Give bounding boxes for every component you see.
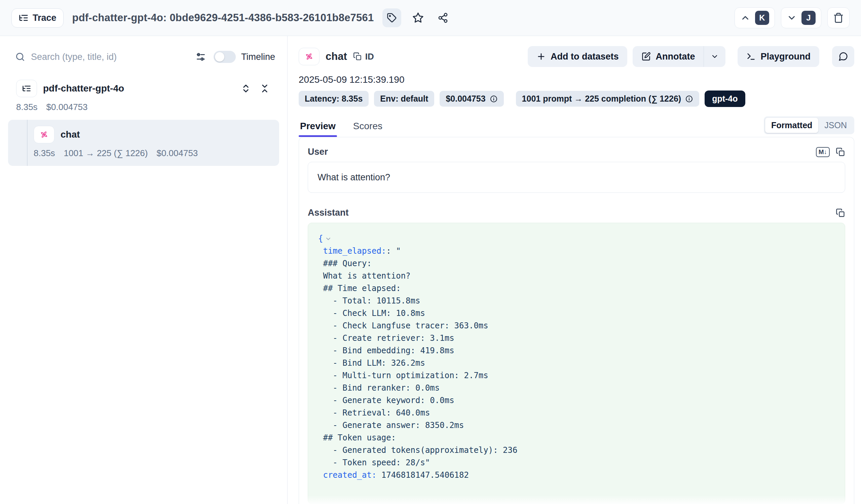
search-input[interactable] <box>31 52 190 62</box>
tag-icon <box>387 13 397 23</box>
assistant-section-header: Assistant <box>308 208 845 218</box>
collapse-json-icon[interactable] <box>325 235 332 242</box>
json-toggle-option[interactable]: JSON <box>818 118 853 133</box>
copy-icon <box>353 52 362 61</box>
copy-icon <box>836 208 845 218</box>
topbar: Trace pdf-chatter-gpt-4o: 0bde9629-4251-… <box>0 0 861 36</box>
detail-tabs: Preview Scores Formatted JSON <box>299 117 854 137</box>
code-line: - Bind embedding: 419.8ms <box>318 344 835 357</box>
timeline-toggle-label: Timeline <box>241 52 275 62</box>
code-line: ## Token usage: <box>318 432 835 444</box>
code-line: - Generate answer: 8350.2ms <box>318 419 835 432</box>
avatar: J <box>802 11 816 25</box>
env-badge: Env: default <box>374 91 434 107</box>
generation-icon <box>33 126 54 143</box>
code-line: - Create retriever: 3.1ms <box>318 332 835 344</box>
share-icon <box>438 12 448 23</box>
code-line: time_elapsed:: " <box>318 245 835 257</box>
user-section-label: User <box>308 147 328 157</box>
bookmark-star-button[interactable] <box>410 10 426 26</box>
plus-icon <box>536 52 546 61</box>
annotate-split-button: Annotate <box>633 46 725 67</box>
comments-button[interactable] <box>832 46 854 67</box>
render-mode-toggle: Formatted JSON <box>764 117 854 134</box>
code-line: created_at: 1746818147.5406182 <box>318 469 835 481</box>
chat-latency: 8.35s <box>33 148 55 159</box>
trace-tree-sidebar: Timeline pdf-chatter-gpt-4o <box>0 36 288 504</box>
tree-item-chat-selected[interactable]: chat 8.35s 1001 → 225 (∑ 1226) $0.004753 <box>8 120 279 166</box>
terminal-icon <box>746 52 756 61</box>
tree-guide-line <box>27 120 28 166</box>
copy-id-button[interactable]: ID <box>353 52 374 62</box>
trace-badge-label: Trace <box>32 13 56 23</box>
next-trace-button[interactable]: J <box>781 8 821 28</box>
chevron-down-icon <box>711 53 719 60</box>
star-icon <box>412 12 424 24</box>
code-line: ## Time elapsed: <box>318 282 835 295</box>
trace-node-icon <box>16 80 37 97</box>
chat-node-stats: 8.35s 1001 → 225 (∑ 1226) $0.004753 <box>16 143 271 159</box>
edit-icon <box>641 52 651 61</box>
latency-badge: Latency: 8.35s <box>299 91 369 107</box>
observation-timestamp: 2025-05-09 12:15:39.190 <box>299 74 854 85</box>
delete-trace-button[interactable] <box>828 8 850 28</box>
langfuse-trace-view: Trace pdf-chatter-gpt-4o: 0bde9629-4251-… <box>0 0 861 504</box>
trace-type-badge[interactable]: Trace <box>11 9 64 28</box>
user-message-content: What is attention? <box>308 162 845 193</box>
copy-assistant-content-button[interactable] <box>836 208 845 218</box>
tab-scores[interactable]: Scores <box>352 121 384 137</box>
formatted-toggle-option[interactable]: Formatted <box>765 118 818 133</box>
comment-bubble-icon <box>838 52 848 62</box>
trash-icon <box>833 12 844 23</box>
list-tree-icon <box>18 13 29 23</box>
page-title: pdf-chatter-gpt-4o: 0bde9629-4251-4386-b… <box>72 12 374 24</box>
tree-search-row: Timeline <box>0 46 287 68</box>
copy-user-content-button[interactable] <box>836 147 845 157</box>
tree-item-trace[interactable]: pdf-chatter-gpt-4o <box>8 80 279 97</box>
observation-header: chat ID Add to datasets <box>299 46 854 67</box>
code-line: - Check Langfuse tracer: 363.0ms <box>318 319 835 332</box>
chevron-down-icon <box>787 13 797 23</box>
observation-title: chat <box>326 51 347 63</box>
chat-tokens: 1001 → 225 (∑ 1226) <box>64 148 148 159</box>
chat-cost: $0.004753 <box>156 148 198 159</box>
cost-badge[interactable]: $0.004753 <box>440 91 504 107</box>
code-line: - Retrieval: 640.0ms <box>318 407 835 419</box>
expand-all-icon[interactable] <box>240 82 252 95</box>
observation-tree: pdf-chatter-gpt-4o 8.35s $0.004753 <box>0 68 287 166</box>
collapse-all-icon[interactable] <box>258 82 271 95</box>
markdown-toggle-icon[interactable]: M↓ <box>816 147 830 157</box>
annotate-dropdown-button[interactable] <box>703 46 725 67</box>
id-label: ID <box>365 52 374 62</box>
tags-button[interactable] <box>382 9 401 27</box>
share-button[interactable] <box>435 10 451 26</box>
code-line: - Multi-turn optimization: 2.7ms <box>318 369 835 382</box>
trace-latency: 8.35s <box>16 102 38 112</box>
playground-button[interactable]: Playground <box>738 46 819 67</box>
info-icon <box>490 95 498 103</box>
code-line: - Bind reranker: 0.0ms <box>318 382 835 394</box>
assistant-json-output: { time_elapsed:: " ### Query: What is at… <box>308 223 845 504</box>
json-open-brace: { <box>318 232 323 245</box>
tree-settings-icon[interactable] <box>195 52 206 62</box>
timeline-toggle[interactable] <box>214 51 236 63</box>
add-to-datasets-button[interactable]: Add to datasets <box>528 46 628 67</box>
trace-cost: $0.004753 <box>46 102 88 112</box>
prev-trace-button[interactable]: K <box>735 8 775 28</box>
annotate-button[interactable]: Annotate <box>633 46 703 67</box>
generation-icon <box>299 48 319 65</box>
json-code-lines: time_elapsed:: " ### Query: What is atte… <box>318 245 835 481</box>
user-section-header: User M↓ <box>308 147 845 157</box>
io-preview-panel: User M↓ What is attention? Assistant <box>299 137 854 504</box>
info-icon <box>685 95 693 103</box>
trace-node-stats: 8.35s $0.004753 <box>8 97 279 112</box>
code-line: What is attention? <box>318 270 835 282</box>
model-badge[interactable]: gpt-4o <box>705 91 745 107</box>
code-line: - Bind LLM: 326.2ms <box>318 357 835 369</box>
observation-detail-panel: chat ID Add to datasets <box>288 36 861 504</box>
copy-icon <box>836 147 845 157</box>
observation-actions: Add to datasets Annotate <box>528 46 854 67</box>
tab-preview[interactable]: Preview <box>299 121 337 137</box>
token-usage-badge[interactable]: 1001 prompt → 225 completion (∑ 1226) <box>516 91 700 107</box>
assistant-section-label: Assistant <box>308 208 349 218</box>
